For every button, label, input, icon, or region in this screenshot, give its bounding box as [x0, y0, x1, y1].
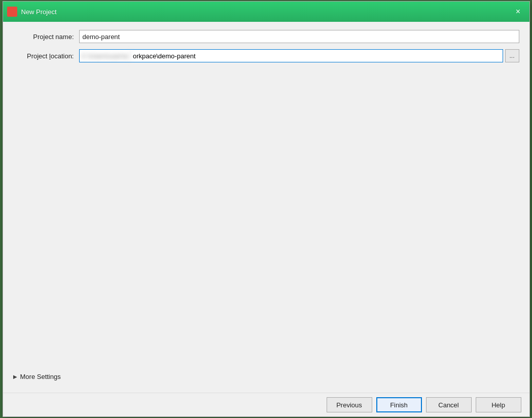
content-spacer [13, 68, 519, 369]
finish-button[interactable]: Finish [376, 397, 422, 412]
more-settings-label: More Settings [20, 373, 61, 380]
project-location-row: Project location: C:\Users\user\w ... [13, 49, 519, 62]
dialog-footer: Previous Finish Cancel Help [3, 393, 529, 416]
cancel-button[interactable]: Cancel [426, 397, 472, 412]
new-project-dialog: New Project × Project name: Project loca… [3, 1, 530, 417]
project-name-label: Project name: [13, 33, 79, 41]
more-settings-arrow-icon: ▶ [13, 374, 17, 379]
help-button[interactable]: Help [476, 397, 521, 412]
svg-rect-2 [9, 12, 12, 15]
dialog-icon [7, 7, 17, 17]
dialog-overlay: New Project × Project name: Project loca… [0, 0, 532, 418]
svg-rect-0 [9, 8, 12, 11]
dialog-title: New Project [21, 8, 57, 16]
title-bar: New Project × [3, 2, 529, 22]
project-name-input[interactable] [79, 30, 519, 43]
location-blurred-prefix: C:\Users\user\w [80, 50, 131, 62]
svg-rect-1 [13, 8, 16, 11]
svg-rect-3 [13, 12, 16, 15]
project-location-input-group: C:\Users\user\w ... [79, 49, 519, 62]
project-location-input[interactable] [131, 50, 503, 62]
project-location-label: Project location: [13, 52, 79, 60]
dialog-content: Project name: Project location: C:\Users… [3, 22, 529, 393]
title-bar-left: New Project [7, 7, 57, 17]
previous-button[interactable]: Previous [327, 397, 372, 412]
close-button[interactable]: × [511, 5, 525, 19]
browse-button[interactable]: ... [505, 49, 519, 62]
project-name-row: Project name: [13, 30, 519, 43]
more-settings-toggle[interactable]: ▶ More Settings [13, 369, 519, 385]
